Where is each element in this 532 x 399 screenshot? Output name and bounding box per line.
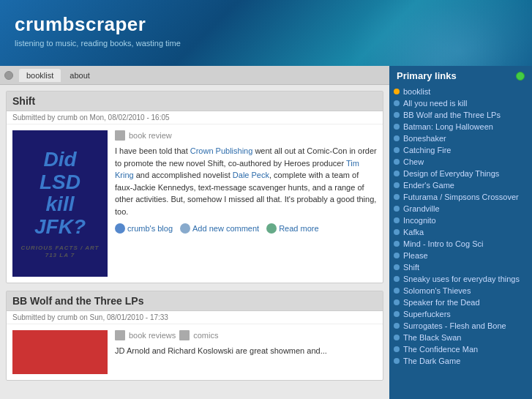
sidebar-item-batman[interactable]: Batman: Long Halloween	[394, 121, 528, 133]
bullet-booklist	[394, 89, 400, 94]
sidebar-item-dark-game[interactable]: The Dark Game	[394, 355, 528, 367]
sidebar-link-please[interactable]: Please	[403, 251, 428, 260]
sidebar-item-catching-fire[interactable]: Catching Fire	[394, 144, 528, 156]
post-shift-actions: crumb's blog Add new comment Read more	[115, 223, 377, 234]
sidebar-link-speaker[interactable]: Speaker for the Dead	[403, 298, 480, 307]
sidebar-item-sneaky[interactable]: Sneaky uses for everyday things	[394, 273, 528, 285]
read-more-label: Read more	[279, 224, 318, 233]
main-layout: booklist about Shift Submitted by crumb …	[0, 66, 532, 399]
sidebar: Primary links booklist All you need is k…	[389, 66, 532, 399]
sidebar-item-superfuckers[interactable]: Superfuckers	[394, 308, 528, 320]
post-bb-wolf-body: book reviews comics JD Arnold and Richar…	[7, 324, 383, 380]
post-bb-wolf-text: JD Arnold and Richard Koslowski are grea…	[115, 345, 377, 357]
tab-close-icon[interactable]	[4, 71, 13, 80]
sidebar-link-mind[interactable]: Mind - Intro to Cog Sci	[403, 239, 483, 248]
sidebar-item-black-swan[interactable]: The Black Swan	[394, 332, 528, 343]
sidebar-list: booklist All you need is kill BB Wolf an…	[389, 86, 532, 367]
sidebar-link-incognito[interactable]: Incognito	[403, 216, 436, 225]
sidebar-link-dark-game[interactable]: The Dark Game	[403, 357, 460, 365]
sidebar-link-chew[interactable]: Chew	[403, 157, 424, 166]
bullet-design	[394, 171, 400, 176]
sidebar-item-shift[interactable]: Shift	[394, 261, 528, 273]
sidebar-link-ender[interactable]: Ender's Game	[403, 181, 454, 190]
sidebar-link-black-swan[interactable]: The Black Swan	[403, 333, 461, 342]
read-more-link[interactable]: Read more	[266, 223, 318, 234]
post-bb-wolf: BB Wolf and the Three LPs Submitted by c…	[6, 291, 383, 381]
sidebar-item-kafka[interactable]: Kafka	[394, 226, 528, 238]
sidebar-item-all-you-need[interactable]: All you need is kill	[394, 97, 528, 109]
site-header: crumbscraper listening to music, reading…	[0, 0, 532, 66]
sidebar-link-sneaky[interactable]: Sneaky uses for everyday things	[403, 275, 520, 283]
book-cover-text: DidLSDkillJFK?	[34, 149, 86, 239]
sidebar-item-grandville[interactable]: Grandville	[394, 203, 528, 215]
post-bb-wolf-content: book reviews comics JD Arnold and Richar…	[115, 330, 377, 374]
user-icon	[115, 223, 125, 234]
read-icon	[266, 223, 277, 234]
bullet-grandville	[394, 206, 400, 212]
bullet-mind	[394, 241, 400, 247]
site-title: crumbscraper	[15, 13, 517, 36]
bullet-speaker	[394, 299, 400, 305]
sidebar-link-booklist[interactable]: booklist	[403, 87, 430, 96]
sidebar-link-boneshaker[interactable]: Boneshaker	[403, 134, 446, 143]
sidebar-item-chew[interactable]: Chew	[394, 156, 528, 168]
tab-about[interactable]: about	[62, 69, 97, 82]
sidebar-link-catching-fire[interactable]: Catching Fire	[403, 146, 451, 154]
content-area: booklist about Shift Submitted by crumb …	[0, 66, 389, 399]
sidebar-link-surrogates[interactable]: Surrogates - Flesh and Bone	[403, 321, 506, 330]
sidebar-item-boneshaker[interactable]: Boneshaker	[394, 133, 528, 144]
post-shift-content: book review I have been told that Crown …	[115, 130, 377, 277]
sidebar-link-confidence-man[interactable]: The Confidence Man	[403, 345, 478, 354]
tab-booklist[interactable]: booklist	[19, 69, 61, 82]
bullet-dark-game	[394, 358, 400, 364]
sidebar-link-solomons[interactable]: Solomon's Thieves	[403, 286, 471, 295]
post-bb-wolf-tag2: comics	[193, 331, 218, 340]
sidebar-item-surrogates[interactable]: Surrogates - Flesh and Bone	[394, 320, 528, 332]
post-bb-wolf-tag1: book reviews	[129, 331, 176, 340]
sidebar-link-bb-wolf[interactable]: BB Wolf and the Three LPs	[403, 111, 501, 119]
post-shift-text: I have been told that Crown Publishing w…	[115, 145, 377, 217]
link-dale-peck[interactable]: Dale Peck	[233, 171, 269, 179]
sidebar-link-superfuckers[interactable]: Superfuckers	[403, 310, 451, 318]
sidebar-link-all-you-need[interactable]: All you need is kill	[403, 99, 467, 108]
sidebar-link-grandville[interactable]: Grandville	[403, 204, 440, 213]
sidebar-item-incognito[interactable]: Incognito	[394, 215, 528, 226]
post-shift: Shift Submitted by crumb on Mon, 08/02/2…	[6, 91, 383, 283]
sidebar-item-design[interactable]: Design of Everyday Things	[394, 168, 528, 179]
bullet-futurama	[394, 194, 400, 200]
sidebar-title: Primary links	[397, 70, 457, 81]
post-shift-body: DidLSDkillJFK? CURIOUS FACTS / ART 713 L…	[7, 124, 383, 283]
sidebar-item-bb-wolf[interactable]: BB Wolf and the Three LPs	[394, 109, 528, 121]
bullet-kafka	[394, 229, 400, 235]
sidebar-item-futurama[interactable]: Futurama / Simpsons Crossover	[394, 191, 528, 203]
bullet-please	[394, 253, 400, 258]
sidebar-item-booklist[interactable]: booklist	[394, 86, 528, 97]
sidebar-item-please[interactable]: Please	[394, 250, 528, 261]
sidebar-link-design[interactable]: Design of Everyday Things	[403, 169, 499, 178]
sidebar-item-mind[interactable]: Mind - Intro to Cog Sci	[394, 238, 528, 250]
link-crown-publishing[interactable]: Crown Publishing	[190, 146, 253, 155]
tag-icon-1	[115, 330, 125, 340]
post-bb-wolf-tags: book reviews comics	[115, 330, 377, 340]
tag-icon-2	[179, 330, 190, 340]
sidebar-link-kafka[interactable]: Kafka	[403, 228, 424, 236]
bullet-solomons	[394, 288, 400, 294]
sidebar-item-confidence-man[interactable]: The Confidence Man	[394, 343, 528, 355]
post-bb-wolf-title[interactable]: BB Wolf and the Three LPs	[7, 291, 383, 311]
sidebar-link-batman[interactable]: Batman: Long Halloween	[403, 122, 493, 131]
crumbs-blog-link[interactable]: crumb's blog	[115, 223, 173, 234]
sidebar-header: Primary links	[389, 66, 532, 86]
bullet-ender	[394, 182, 400, 188]
add-comment-link[interactable]: Add new comment	[180, 223, 259, 234]
sidebar-item-speaker[interactable]: Speaker for the Dead	[394, 297, 528, 308]
nav-tabs: booklist about	[0, 66, 389, 85]
sidebar-link-shift[interactable]: Shift	[403, 263, 419, 272]
bullet-black-swan	[394, 335, 400, 340]
add-comment-label: Add new comment	[192, 224, 259, 233]
bullet-batman	[394, 124, 400, 130]
post-shift-title[interactable]: Shift	[7, 92, 383, 111]
sidebar-item-solomons[interactable]: Solomon's Thieves	[394, 285, 528, 297]
bullet-shift	[394, 264, 400, 270]
sidebar-item-ender[interactable]: Ender's Game	[394, 179, 528, 191]
sidebar-link-futurama[interactable]: Futurama / Simpsons Crossover	[403, 193, 519, 201]
